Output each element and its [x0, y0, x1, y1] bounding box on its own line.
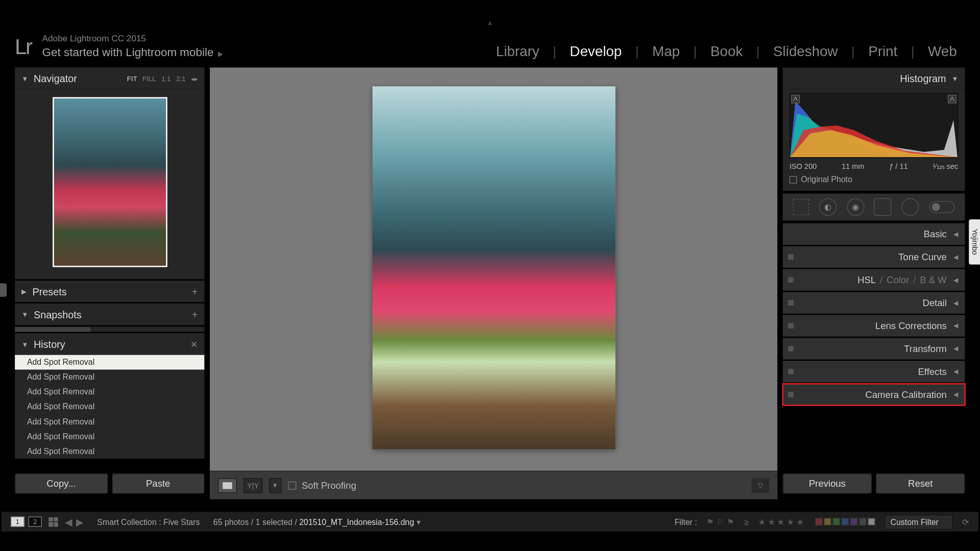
history-item[interactable]: Add Spot Removal — [15, 355, 204, 369]
graduated-filter-tool-icon[interactable] — [874, 198, 891, 216]
navigator-header[interactable]: ▼ Navigator FIT FILL 1:1 2:1 ◂▸ — [15, 67, 204, 89]
histogram-body: ISO 200 11 mm ƒ / 11 ¹⁄₁₂₅ sec Original … — [783, 89, 965, 191]
panel-basic[interactable]: Basic◀ — [783, 223, 965, 245]
disclosure-down-icon: ▼ — [21, 74, 28, 82]
history-item[interactable]: Add Spot Removal — [15, 385, 204, 399]
zoom-stepper-icon[interactable]: ◂▸ — [191, 74, 198, 82]
module-develop[interactable]: Develop — [556, 43, 635, 60]
panel-detail[interactable]: Detail◀ — [783, 292, 965, 313]
histogram-canvas[interactable] — [790, 93, 959, 158]
toolbar-collapse-icon[interactable]: ▽ — [752, 478, 769, 493]
flag-reject-icon[interactable]: ⚑ — [727, 517, 735, 527]
spot-removal-tool-icon[interactable]: ◐ — [819, 198, 837, 216]
color-red[interactable] — [815, 518, 823, 525]
module-book[interactable]: Book — [697, 43, 756, 60]
module-library[interactable]: Library — [482, 43, 553, 60]
histogram-header[interactable]: Histogram ▼ — [783, 67, 965, 89]
secondary-display-controls: 1 2 — [11, 517, 42, 527]
copy-button[interactable]: Copy... — [15, 473, 108, 494]
zoom-fit[interactable]: FIT — [127, 74, 137, 82]
navigator-thumbnail[interactable] — [52, 97, 167, 267]
previous-button[interactable]: Previous — [783, 473, 872, 494]
snapshots-header[interactable]: ▼ Snapshots + — [15, 304, 204, 325]
checkbox-icon[interactable] — [288, 481, 296, 489]
history-item[interactable]: Add Spot Removal — [15, 399, 204, 414]
custom-filter-dropdown[interactable]: Custom Filter — [885, 514, 953, 529]
disclosure-left-icon: ◀ — [953, 391, 958, 398]
svg-rect-6 — [948, 95, 957, 103]
panel-tone-curve[interactable]: Tone Curve◀ — [783, 246, 965, 268]
rating-filter[interactable]: ★★★★★ — [758, 517, 805, 527]
panel-grip-left[interactable] — [0, 283, 7, 296]
zoom-2-1[interactable]: 2:1 — [176, 74, 185, 82]
panel-switch-icon[interactable] — [788, 254, 794, 260]
before-after-switch-icon[interactable]: ▾ — [269, 478, 281, 493]
monitor-2-icon[interactable]: 2 — [29, 517, 42, 527]
module-map[interactable]: Map — [639, 43, 694, 60]
snapshots-scrollbar[interactable] — [15, 327, 204, 332]
history-header[interactable]: ▼ History ✕ — [15, 333, 204, 355]
develop-toolbar: Y|Y ▾ Soft Proofing ▽ — [210, 471, 777, 499]
add-snapshot-icon[interactable]: + — [192, 309, 198, 320]
presets-header[interactable]: ▶ Presets + — [15, 281, 204, 302]
history-item[interactable]: Add Spot Removal — [15, 369, 204, 384]
panel-switch-icon[interactable] — [788, 369, 794, 374]
app-subtitle[interactable]: Get started with Lightroom mobile▶ — [42, 46, 224, 59]
crop-tool-icon[interactable] — [793, 199, 810, 215]
loupe-view-icon[interactable] — [218, 478, 237, 493]
radial-filter-tool-icon[interactable] — [901, 198, 919, 216]
rating-ge-icon[interactable]: ≥ — [744, 517, 749, 527]
filter-lock-icon[interactable]: ⟳ — [962, 517, 969, 527]
module-print[interactable]: Print — [855, 43, 911, 60]
nav-forward-icon[interactable]: ▶ — [76, 516, 84, 527]
panel-lens-corrections[interactable]: Lens Corrections◀ — [783, 315, 965, 336]
before-after-y-icon[interactable]: Y|Y — [243, 478, 262, 493]
history-item[interactable]: Add Spot Removal — [15, 414, 204, 429]
color-none[interactable] — [859, 518, 866, 525]
paste-button[interactable]: Paste — [112, 473, 205, 494]
nav-back-icon[interactable]: ◀ — [65, 516, 72, 527]
color-green[interactable] — [832, 518, 840, 525]
panel-switch-icon[interactable] — [788, 277, 794, 283]
source-path[interactable]: Smart Collection : Five Stars 65 photos … — [97, 517, 420, 527]
navigator-zoom-options: FIT FILL 1:1 2:1 ◂▸ — [127, 74, 198, 82]
disclosure-down-icon: ▼ — [21, 311, 28, 318]
histogram-title: Histogram — [900, 72, 946, 84]
original-photo-toggle[interactable]: Original Photo — [790, 174, 959, 184]
color-custom[interactable] — [868, 518, 875, 525]
color-purple[interactable] — [850, 518, 857, 525]
color-yellow[interactable] — [824, 518, 831, 525]
panel-camera-calibration[interactable]: Camera Calibration◀ — [783, 384, 965, 405]
expand-top-icon[interactable]: ▲ — [486, 19, 493, 27]
panel-effects[interactable]: Effects◀ — [783, 361, 965, 382]
adjustment-brush-tool-icon[interactable] — [929, 201, 954, 213]
history-item[interactable]: Add Spot Removal — [15, 429, 204, 444]
module-slideshow[interactable]: Slideshow — [760, 43, 851, 60]
main-photo[interactable] — [372, 86, 615, 449]
checkbox-icon[interactable] — [790, 176, 797, 183]
history-item[interactable]: Add Spot Removal — [15, 444, 204, 459]
panel-hsl[interactable]: HSL/Color/B & W◀ — [783, 269, 965, 290]
soft-proofing-toggle[interactable]: Soft Proofing — [288, 480, 356, 491]
grid-view-icon[interactable] — [48, 517, 58, 527]
redeye-tool-icon[interactable]: ◉ — [847, 198, 864, 216]
reset-button[interactable]: Reset — [876, 473, 965, 494]
clear-history-icon[interactable]: ✕ — [190, 339, 198, 349]
panel-transform[interactable]: Transform◀ — [783, 338, 965, 359]
module-web[interactable]: Web — [915, 43, 970, 60]
panel-switch-icon[interactable] — [788, 323, 794, 329]
panel-switch-icon[interactable] — [788, 346, 794, 352]
flag-pick-icon[interactable]: ⚑ — [706, 517, 715, 527]
flag-unflagged-icon[interactable]: ⚐ — [717, 517, 725, 527]
dropdown-icon[interactable]: ▾ — [416, 517, 421, 527]
zoom-1-1[interactable]: 1:1 — [161, 74, 170, 82]
monitor-1-icon[interactable]: 1 — [11, 517, 24, 527]
main-area: ▼ Navigator FIT FILL 1:1 2:1 ◂▸ ▶ — [0, 67, 980, 499]
add-preset-icon[interactable]: + — [192, 286, 198, 297]
zoom-fill[interactable]: FILL — [142, 74, 156, 82]
flag-filters: ⚑ ⚐ ⚑ — [706, 517, 735, 527]
color-blue[interactable] — [841, 518, 849, 525]
panel-switch-icon[interactable] — [788, 392, 794, 397]
side-tab-yojimbo[interactable]: Yojimbo — [969, 219, 980, 264]
panel-switch-icon[interactable] — [788, 300, 794, 306]
